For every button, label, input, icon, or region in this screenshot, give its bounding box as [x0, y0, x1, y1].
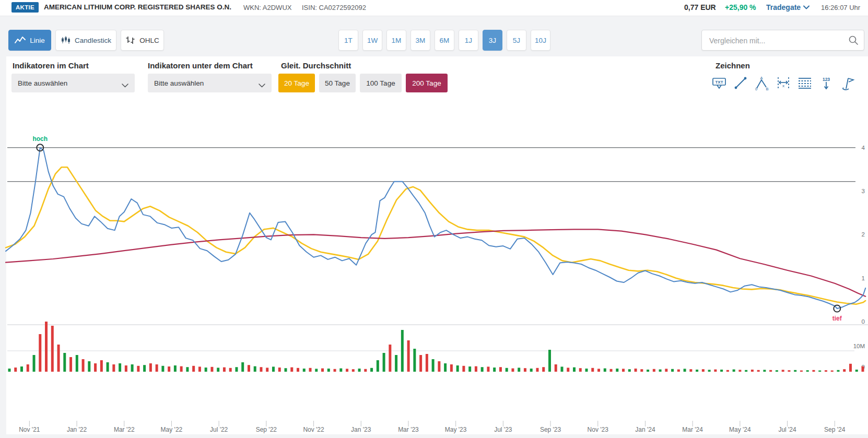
period-1m-button[interactable]: 1M [386, 30, 406, 51]
chart-type-candlestick-button[interactable]: Candlestick [55, 30, 116, 51]
ma-20-button[interactable]: 20 Tage [278, 74, 315, 92]
compare-search [701, 30, 864, 51]
quote-time: 16:26:07 Uhr [821, 4, 860, 11]
ohlc-icon [125, 35, 136, 45]
period-5j-button[interactable]: 5J [507, 30, 526, 51]
count-123-icon[interactable]: 123 [816, 73, 836, 93]
indicators-below-chart-select[interactable]: Bitte auswählen [148, 74, 272, 92]
ma-50-button[interactable]: 50 Tage [319, 74, 356, 92]
exchange-selector[interactable]: Tradegate [766, 3, 810, 11]
page-background-strip [0, 434, 868, 438]
svg-text:x: x [782, 84, 784, 88]
period-1j-button[interactable]: 1J [459, 30, 478, 51]
candlestick-icon [61, 35, 71, 45]
chevron-down-icon [803, 5, 810, 9]
trend-line-icon[interactable] [731, 73, 750, 93]
chart-type-ohlc-button[interactable]: OHLC [121, 30, 164, 51]
period-3j-button[interactable]: 3J [483, 30, 502, 51]
moving-average-title: Gleit. Durchschnitt [281, 61, 351, 70]
change-percent: +25,90 % [725, 3, 756, 11]
chevron-down-icon [259, 81, 265, 89]
line-chart-icon [15, 36, 26, 44]
current-price: 0,77 EUR [684, 3, 716, 11]
stock-chart-app: AKTIE AMERICAN LITHIUM CORP. REGISTERED … [0, 0, 868, 438]
svg-text:A: A [760, 76, 763, 80]
instrument-type-badge: AKTIE [11, 2, 39, 13]
drawing-tools-title: Zeichnen [715, 61, 750, 70]
indicators-below-chart-title: Indikatoren unter dem Chart [148, 61, 253, 70]
indicators-in-chart-title: Indikatoren im Chart [13, 61, 89, 70]
instrument-title: AMERICAN LITHIUM CORP. REGISTERED SHARES… [44, 3, 231, 11]
wkn-label: WKN: A2DWUX [243, 4, 291, 11]
ma-100-button[interactable]: 100 Tage [360, 74, 402, 92]
flag-marker-icon[interactable] [838, 73, 858, 93]
period-6m-button[interactable]: 6M [435, 30, 454, 51]
period-10j-button[interactable]: 10J [531, 30, 550, 51]
period-1w-button[interactable]: 1W [362, 30, 382, 51]
fibonacci-retracement-icon[interactable] [795, 73, 815, 93]
ma-200-button[interactable]: 200 Tage [406, 74, 448, 92]
svg-text:0: 0 [755, 87, 757, 91]
svg-text:123: 123 [823, 77, 830, 82]
abc-pattern-icon[interactable]: A0B [752, 73, 772, 93]
chart-panel [6, 56, 868, 434]
text-annotation-icon[interactable]: TXT [709, 73, 729, 93]
compare-search-input[interactable] [708, 31, 843, 51]
search-icon[interactable] [848, 35, 859, 48]
period-1t-button[interactable]: 1T [338, 30, 358, 51]
isin-label: ISIN: CA0272592092 [302, 4, 366, 11]
indicators-in-chart-select[interactable]: Bitte auswählen [11, 74, 135, 92]
period-3m-button[interactable]: 3M [410, 30, 430, 51]
chart-type-line-button[interactable]: Linie [8, 30, 51, 51]
drawing-toolbar: TXT A0B x 123 [709, 73, 858, 93]
chevron-down-icon [122, 81, 128, 89]
svg-text:TXT: TXT [715, 80, 723, 85]
measure-distance-icon[interactable]: x [773, 73, 793, 93]
instrument-header: AKTIE AMERICAN LITHIUM CORP. REGISTERED … [0, 0, 868, 16]
svg-text:B: B [766, 87, 768, 91]
